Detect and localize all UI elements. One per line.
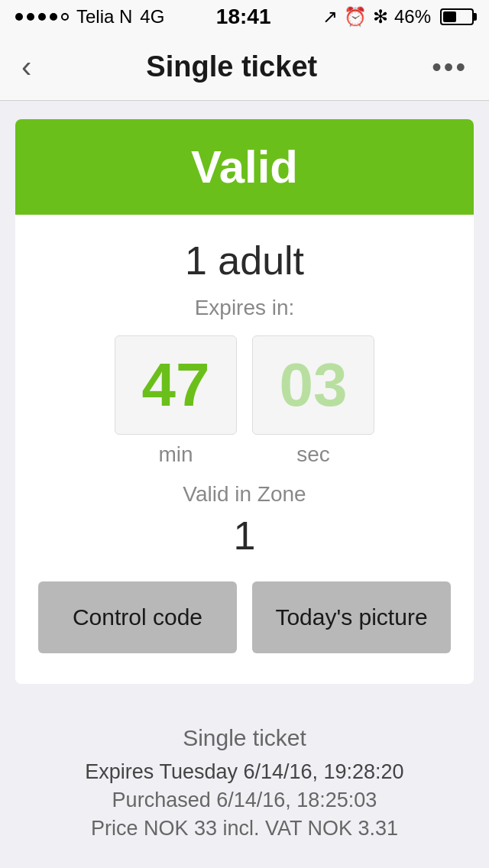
signal-dots <box>15 13 69 21</box>
minutes-box: 47 <box>115 335 237 435</box>
minutes-unit: min <box>158 442 193 467</box>
zone-number: 1 <box>38 513 451 559</box>
alarm-icon: ⏰ <box>344 6 367 28</box>
status-bar: Telia N 4G 18:41 ↗ ⏰ ✻ 46% <box>0 0 489 34</box>
expires-label: Expires in: <box>38 296 451 320</box>
todays-picture-button[interactable]: Today's picture <box>252 581 451 653</box>
footer-ticket-type: Single ticket <box>15 725 474 751</box>
main-content: Valid 1 adult Expires in: 47 min 03 sec <box>0 101 489 702</box>
location-icon: ↗ <box>322 6 338 28</box>
seconds-box: 03 <box>252 335 374 435</box>
zone-label: Valid in Zone <box>38 482 451 507</box>
dot2 <box>27 13 34 21</box>
battery-icon <box>440 8 474 25</box>
footer-expires: Expires Tuesday 6/14/16, 19:28:20 <box>15 760 474 784</box>
status-right: ↗ ⏰ ✻ 46% <box>322 6 474 28</box>
seconds-block: 03 sec <box>252 335 374 467</box>
dot5 <box>61 13 69 21</box>
nav-bar: ‹ Single ticket ••• <box>0 34 489 101</box>
footer-info: Single ticket Expires Tuesday 6/14/16, 1… <box>0 702 489 860</box>
ticket-card: Valid 1 adult Expires in: 47 min 03 sec <box>15 119 474 684</box>
back-button[interactable]: ‹ <box>21 50 31 84</box>
status-left: Telia N 4G <box>15 6 164 28</box>
seconds-value: 03 <box>280 355 348 416</box>
nav-title: Single ticket <box>146 50 317 83</box>
seconds-unit: sec <box>296 442 330 467</box>
bluetooth-icon: ✻ <box>373 6 388 28</box>
battery-fill <box>443 11 456 22</box>
dot3 <box>38 13 46 21</box>
carrier-label: Telia N <box>76 6 132 28</box>
footer-price: Price NOK 33 incl. VAT NOK 3.31 <box>15 817 474 840</box>
minutes-value: 47 <box>142 355 210 416</box>
dot1 <box>15 13 23 21</box>
valid-banner: Valid <box>15 119 474 215</box>
footer-purchased: Purchased 6/14/16, 18:25:03 <box>15 789 474 812</box>
battery-label: 46% <box>394 6 431 28</box>
timer-row: 47 min 03 sec <box>38 335 451 467</box>
ticket-body: 1 adult Expires in: 47 min 03 sec Valid … <box>15 215 474 684</box>
dot4 <box>50 13 57 21</box>
minutes-block: 47 min <box>115 335 237 467</box>
control-code-button[interactable]: Control code <box>38 581 237 653</box>
time-label: 18:41 <box>216 5 271 29</box>
passenger-type: 1 adult <box>38 238 451 283</box>
network-label: 4G <box>140 6 164 28</box>
buttons-row: Control code Today's picture <box>38 581 451 653</box>
valid-status: Valid <box>191 141 298 193</box>
more-button[interactable]: ••• <box>432 51 468 83</box>
